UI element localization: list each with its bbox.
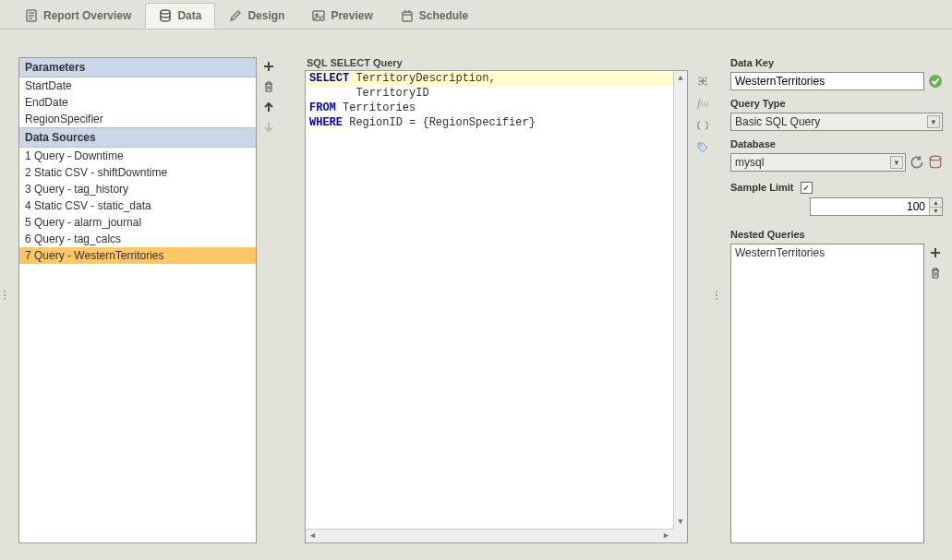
datasource-item[interactable]: 1 Query - Downtime <box>19 148 256 164</box>
image-icon <box>312 9 325 22</box>
svg-rect-7 <box>403 12 412 21</box>
datasource-item[interactable]: 6 Query - tag_calcs <box>19 231 256 247</box>
database-label: Database <box>730 138 943 149</box>
delete-nested-icon[interactable] <box>928 266 943 280</box>
data-sources-header: Data Sources <box>19 127 256 148</box>
svg-point-4 <box>161 10 170 14</box>
spin-up-icon[interactable]: ▲ <box>930 198 942 208</box>
calendar-icon <box>401 9 414 22</box>
move-up-icon[interactable] <box>261 100 276 114</box>
database-manage-icon[interactable] <box>928 155 943 170</box>
expand-icon[interactable] <box>695 74 710 89</box>
data-key-label: Data Key <box>730 57 943 68</box>
left-actions <box>257 57 277 543</box>
datasource-item[interactable]: 4 Static CSV - static_data <box>19 197 256 214</box>
parameter-item[interactable]: RegionSpecifier <box>19 111 256 127</box>
tab-design[interactable]: Design <box>215 3 298 28</box>
insert-param-icon[interactable] <box>695 118 710 133</box>
tab-schedule[interactable]: Schedule <box>387 3 482 28</box>
parameters-header: Parameters <box>19 58 256 77</box>
add-icon[interactable] <box>261 59 276 74</box>
tab-label: Design <box>247 9 284 22</box>
center-actions: f(x) <box>688 70 712 543</box>
document-lines-icon <box>25 9 38 22</box>
add-nested-icon[interactable] <box>928 245 943 260</box>
spin-down-icon[interactable]: ▼ <box>930 208 942 216</box>
chevron-down-icon: ▼ <box>927 115 940 128</box>
tab-label: Report Overview <box>43 9 131 22</box>
tabs-bar: Report Overview Data Design Preview Sche… <box>0 0 952 30</box>
tab-data[interactable]: Data <box>145 3 215 29</box>
sample-limit-spinner[interactable]: ▲▼ <box>810 197 943 216</box>
datasource-item[interactable]: 3 Query - tag_history <box>19 181 256 197</box>
sql-text: SELECT TerritoryDescription, TerritoryID… <box>306 71 673 529</box>
query-type-select[interactable]: Basic SQL Query ▼ <box>730 113 943 131</box>
pencil-icon <box>229 9 242 22</box>
left-list: Parameters StartDateEndDateRegionSpecifi… <box>18 57 257 543</box>
check-ok-icon <box>928 74 943 89</box>
right-panel: Data Key Query Type Basic SQL Query ▼ Da… <box>730 57 943 543</box>
chevron-down-icon: ▼ <box>890 156 903 169</box>
tab-label: Preview <box>331 9 372 22</box>
split-grip-right[interactable] <box>712 30 721 560</box>
query-type-label: Query Type <box>730 98 943 109</box>
nested-query-item[interactable]: WesternTerritories <box>735 246 920 259</box>
sample-limit-checkbox[interactable]: ✓ <box>801 182 813 194</box>
tab-label: Data <box>177 9 201 22</box>
datasource-item[interactable]: 7 Query - WesternTerritories <box>19 247 256 264</box>
sample-limit-label: Sample Limit <box>730 182 793 193</box>
datasource-item[interactable]: 5 Query - alarm_journal <box>19 214 256 231</box>
split-grip-left[interactable] <box>0 30 9 560</box>
sql-editor[interactable]: SELECT TerritoryDescription, TerritoryID… <box>305 70 688 543</box>
tab-label: Schedule <box>419 9 468 22</box>
database-select[interactable]: mysql ▼ <box>730 153 906 172</box>
parameter-item[interactable]: EndDate <box>19 94 256 111</box>
tab-report-overview[interactable]: Report Overview <box>11 3 145 28</box>
svg-point-11 <box>700 145 702 147</box>
scrollbar-horizontal[interactable]: ◀▶ <box>306 529 673 542</box>
sample-limit-value[interactable] <box>811 198 929 215</box>
trash-icon[interactable] <box>261 79 276 94</box>
center-panel: SQL SELECT Query SELECT TerritoryDescrip… <box>305 57 712 543</box>
workspace: Parameters StartDateEndDateRegionSpecifi… <box>0 30 952 560</box>
nested-queries-label: Nested Queries <box>730 229 943 240</box>
svg-point-13 <box>930 156 940 161</box>
sql-label: SQL SELECT Query <box>305 57 712 70</box>
database-icon <box>159 9 172 22</box>
tag-icon[interactable] <box>695 140 710 155</box>
refresh-icon[interactable] <box>910 155 924 170</box>
move-down-icon <box>261 120 276 135</box>
tab-preview[interactable]: Preview <box>298 3 386 28</box>
left-panel: Parameters StartDateEndDateRegionSpecifi… <box>18 57 277 543</box>
data-key-input[interactable] <box>730 72 924 90</box>
nested-queries-list[interactable]: WesternTerritories <box>730 244 924 543</box>
parameter-item[interactable]: StartDate <box>19 77 256 94</box>
scrollbar-vertical[interactable]: ▲▼ <box>673 71 687 529</box>
fx-icon[interactable]: f(x) <box>695 96 710 111</box>
datasource-item[interactable]: 2 Static CSV - shiftDowntime <box>19 164 256 181</box>
